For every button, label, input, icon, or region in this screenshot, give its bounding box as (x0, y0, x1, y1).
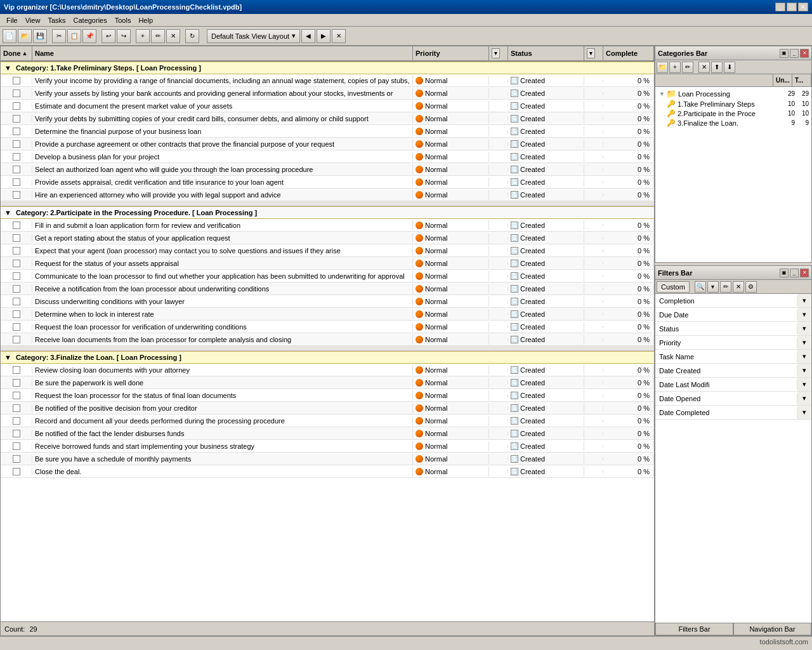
tab-navigation-bar[interactable]: Navigation Bar (733, 623, 811, 635)
task-checkbox[interactable] (13, 222, 20, 229)
cat-tree-item[interactable]: 🔑 2.Participate in the Proce 10 10 (657, 109, 810, 118)
minimize-btn[interactable]: _ (775, 3, 785, 11)
tb-redo-btn[interactable]: ↪ (117, 29, 131, 43)
task-checkbox[interactable] (13, 417, 20, 425)
tb-undo-btn[interactable]: ↩ (102, 29, 115, 43)
tb-open-btn[interactable]: 📂 (18, 29, 32, 43)
task-checkbox[interactable] (13, 90, 20, 97)
cat1-expand-icon[interactable]: ▼ (4, 64, 11, 72)
task-done[interactable] (1, 272, 32, 280)
task-done[interactable] (1, 285, 32, 293)
task-checkbox[interactable] (13, 379, 20, 387)
task-done[interactable] (1, 166, 32, 173)
cat-tb-1[interactable]: 📁 (657, 62, 668, 73)
menu-file[interactable]: File (3, 15, 22, 25)
expand-icon[interactable]: ▼ (659, 91, 665, 97)
task-done[interactable] (1, 222, 32, 229)
cat-tree-item[interactable]: ▼ 📁 Loan Processing 29 29 (657, 88, 810, 99)
menu-help[interactable]: Help (134, 15, 157, 25)
filter-dropdown-btn[interactable]: ▾ (797, 392, 811, 405)
task-done[interactable] (1, 468, 32, 475)
cat2-expand-icon[interactable]: ▼ (4, 209, 11, 216)
task-done[interactable] (1, 404, 32, 412)
tb-layout-prev-btn[interactable]: ◀ (301, 29, 315, 43)
col-priority-sort[interactable]: ▾ (489, 46, 508, 60)
cat-tree-item[interactable]: 🔑 1.Take Preliminary Steps 10 10 (657, 99, 810, 109)
tb-new-btn[interactable]: 📄 (3, 29, 16, 43)
task-checkbox[interactable] (13, 285, 20, 293)
task-done[interactable] (1, 417, 32, 425)
filter-dropdown-btn[interactable]: ▾ (797, 364, 811, 377)
cat-tb-6[interactable]: ⬇ (724, 62, 735, 73)
filter-dropdown-btn[interactable]: ▾ (797, 378, 811, 391)
task-done[interactable] (1, 234, 32, 242)
cat3-expand-icon[interactable]: ▼ (4, 354, 11, 361)
custom-filter-btn[interactable]: Custom (657, 281, 690, 293)
task-checkbox[interactable] (13, 310, 20, 318)
status-sort-btn[interactable]: ▾ (587, 48, 595, 58)
cat-tree-item[interactable]: 🔑 3.Finalize the Loan. 9 9 (657, 118, 810, 128)
task-checkbox[interactable] (13, 442, 20, 450)
tb-cut-btn[interactable]: ✂ (52, 29, 66, 43)
menu-tasks[interactable]: Tasks (44, 15, 69, 25)
task-checkbox[interactable] (13, 366, 20, 374)
filter-dropdown-btn[interactable]: ▾ (797, 294, 811, 307)
task-done[interactable] (1, 310, 32, 318)
task-done[interactable] (1, 191, 32, 199)
task-checkbox[interactable] (13, 272, 20, 280)
layout-selector[interactable]: Default Task View Layout ▾ (207, 29, 300, 43)
flt-tb-5[interactable]: ⚙ (745, 281, 757, 293)
tb-del-btn[interactable]: ✕ (166, 29, 180, 43)
task-done[interactable] (1, 178, 32, 186)
task-done[interactable] (1, 153, 32, 161)
task-checkbox[interactable] (13, 323, 20, 331)
tb-layout-x-btn[interactable]: ✕ (332, 29, 346, 43)
task-checkbox[interactable] (13, 140, 20, 148)
task-checkbox[interactable] (13, 392, 20, 399)
tb-layout-next-btn[interactable]: ▶ (317, 29, 331, 43)
task-checkbox[interactable] (13, 430, 20, 437)
task-done[interactable] (1, 102, 32, 110)
task-checkbox[interactable] (13, 102, 20, 110)
filter-dropdown-btn[interactable]: ▾ (797, 336, 811, 349)
col-status-sort[interactable]: ▾ (584, 46, 603, 60)
task-done[interactable] (1, 336, 32, 343)
task-checkbox[interactable] (13, 455, 20, 463)
task-checkbox[interactable] (13, 336, 20, 343)
menu-tools[interactable]: Tools (111, 15, 135, 25)
task-checkbox[interactable] (13, 128, 20, 135)
priority-sort-btn[interactable]: ▾ (492, 48, 500, 58)
flt-panel-close[interactable]: ✕ (800, 269, 809, 277)
tb-paste-btn[interactable]: 📌 (82, 29, 96, 43)
cat-panel-restore[interactable]: ▣ (780, 49, 789, 58)
tab-filters-bar[interactable]: Filters Bar (655, 623, 733, 635)
task-done[interactable] (1, 392, 32, 399)
task-done[interactable] (1, 430, 32, 437)
task-done[interactable] (1, 455, 32, 463)
flt-panel-min[interactable]: _ (790, 269, 799, 277)
tb-refresh-btn[interactable]: ↻ (185, 29, 199, 43)
cat-panel-min[interactable]: _ (790, 49, 799, 58)
task-done[interactable] (1, 323, 32, 331)
task-done[interactable] (1, 90, 32, 97)
cat-tb-4[interactable]: ✕ (698, 62, 710, 73)
task-checkbox[interactable] (13, 178, 20, 186)
task-done[interactable] (1, 260, 32, 267)
task-done[interactable] (1, 298, 32, 305)
cat-tb-3[interactable]: ✏ (682, 62, 693, 73)
task-done[interactable] (1, 366, 32, 374)
flt-tb-3[interactable]: ✏ (720, 281, 731, 293)
filter-dropdown-btn[interactable]: ▾ (797, 350, 811, 363)
cat-tb-5[interactable]: ⬆ (711, 62, 723, 73)
filter-dropdown-btn[interactable]: ▾ (797, 406, 811, 419)
task-checkbox[interactable] (13, 298, 20, 305)
task-checkbox[interactable] (13, 468, 20, 475)
maximize-btn[interactable]: □ (787, 3, 797, 11)
tb-add-btn[interactable]: + (136, 29, 150, 43)
task-done[interactable] (1, 247, 32, 255)
tb-save-btn[interactable]: 💾 (33, 29, 47, 43)
task-done[interactable] (1, 115, 32, 123)
task-checkbox[interactable] (13, 260, 20, 267)
task-done[interactable] (1, 442, 32, 450)
flt-tb-2[interactable]: ▾ (707, 281, 719, 293)
